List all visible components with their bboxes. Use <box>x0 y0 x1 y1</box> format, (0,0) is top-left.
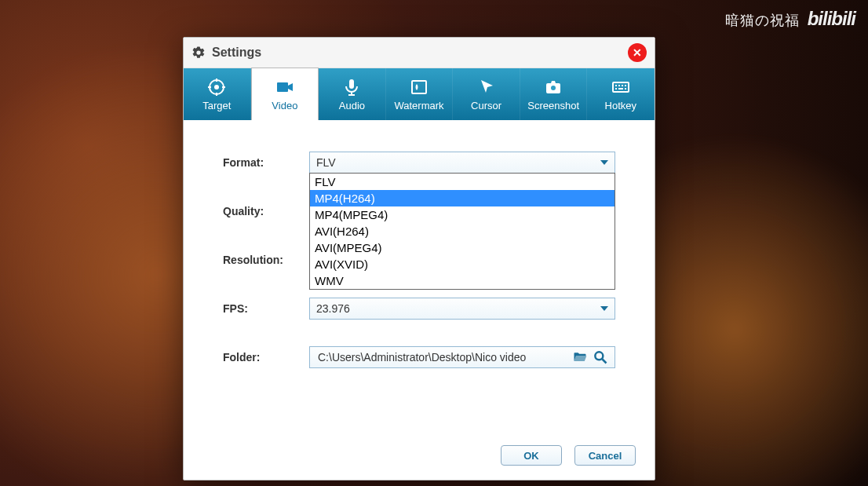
tab-screenshot[interactable]: Screenshot <box>520 68 588 120</box>
keyboard-icon <box>611 78 630 97</box>
tab-label: Audio <box>339 100 365 111</box>
cancel-button[interactable]: Cancel <box>574 445 636 466</box>
cursor-icon <box>477 78 496 97</box>
svg-rect-2 <box>277 82 288 92</box>
label-folder: Folder: <box>223 351 309 364</box>
format-option[interactable]: MP4(H264) <box>310 190 615 206</box>
tabs: Target Video Audio Watermark Cursor Scre… <box>184 68 655 120</box>
dialog-body: Format: FLV Quality: Resolution: Origina… <box>184 120 655 434</box>
dialog-footer: OK Cancel <box>184 434 655 480</box>
row-format: Format: FLV <box>223 152 615 174</box>
tab-hotkey[interactable]: Hotkey <box>587 68 655 120</box>
dialog-title: Settings <box>212 46 261 60</box>
tab-target[interactable]: Target <box>184 68 251 120</box>
fps-value: 23.976 <box>316 302 600 315</box>
tab-label: Cursor <box>471 100 501 111</box>
watermark-icon <box>410 78 429 97</box>
row-fps: FPS: 23.976 <box>223 298 615 320</box>
ok-button[interactable]: OK <box>501 445 562 466</box>
folder-input[interactable] <box>316 350 567 364</box>
titlebar: Settings ✕ <box>184 38 655 68</box>
close-button[interactable]: ✕ <box>628 43 647 62</box>
gear-icon <box>191 46 206 60</box>
format-option[interactable]: AVI(MPEG4) <box>310 239 615 256</box>
svg-rect-3 <box>349 79 354 89</box>
open-folder-button[interactable] <box>572 349 588 365</box>
label-resolution: Resolution: <box>223 254 309 266</box>
tab-watermark[interactable]: Watermark <box>386 68 454 120</box>
microphone-icon <box>342 78 361 97</box>
label-fps: FPS: <box>223 302 309 315</box>
browse-button[interactable] <box>593 349 608 365</box>
label-format: Format: <box>223 156 309 169</box>
tab-label: Watermark <box>394 100 443 111</box>
svg-point-1 <box>214 85 219 90</box>
folder-open-icon <box>572 349 588 365</box>
search-icon <box>593 349 608 365</box>
bilibili-logo: bilibili <box>808 8 855 30</box>
fps-combo[interactable]: 23.976 <box>309 298 615 320</box>
format-option[interactable]: FLV <box>310 174 615 190</box>
close-icon: ✕ <box>633 46 642 59</box>
tab-cursor[interactable]: Cursor <box>453 68 520 120</box>
credit-text: 暗猫の祝福 <box>725 11 800 30</box>
target-icon <box>207 78 226 97</box>
format-value: FLV <box>316 156 600 169</box>
label-quality: Quality: <box>223 205 309 217</box>
format-option[interactable]: MP4(MPEG4) <box>310 206 615 223</box>
tab-label: Target <box>202 100 231 111</box>
camera-icon <box>544 78 563 97</box>
svg-rect-4 <box>412 81 426 93</box>
format-combo[interactable]: FLV <box>309 152 615 174</box>
format-option[interactable]: AVI(XVID) <box>310 256 615 272</box>
row-folder: Folder: <box>223 346 615 368</box>
format-dropdown-list[interactable]: FLV MP4(H264) MP4(MPEG4) AVI(H264) AVI(M… <box>309 173 615 290</box>
folder-pathbox <box>309 346 615 368</box>
svg-rect-7 <box>613 82 629 92</box>
format-option[interactable]: AVI(H264) <box>310 223 615 239</box>
tab-label: Screenshot <box>527 100 579 111</box>
svg-point-8 <box>595 352 603 360</box>
settings-dialog: Settings ✕ Target Video Audio Watermark … <box>183 37 655 481</box>
tab-audio[interactable]: Audio <box>319 68 386 120</box>
video-credit-overlay: 暗猫の祝福 bilibili <box>725 8 855 30</box>
tab-video[interactable]: Video <box>251 68 319 120</box>
chevron-down-icon <box>600 160 608 165</box>
chevron-down-icon <box>600 306 608 311</box>
tab-label: Hotkey <box>605 100 636 111</box>
svg-point-6 <box>551 86 556 90</box>
tab-label: Video <box>272 100 297 111</box>
video-icon <box>275 78 294 97</box>
format-option[interactable]: WMV <box>310 272 615 289</box>
